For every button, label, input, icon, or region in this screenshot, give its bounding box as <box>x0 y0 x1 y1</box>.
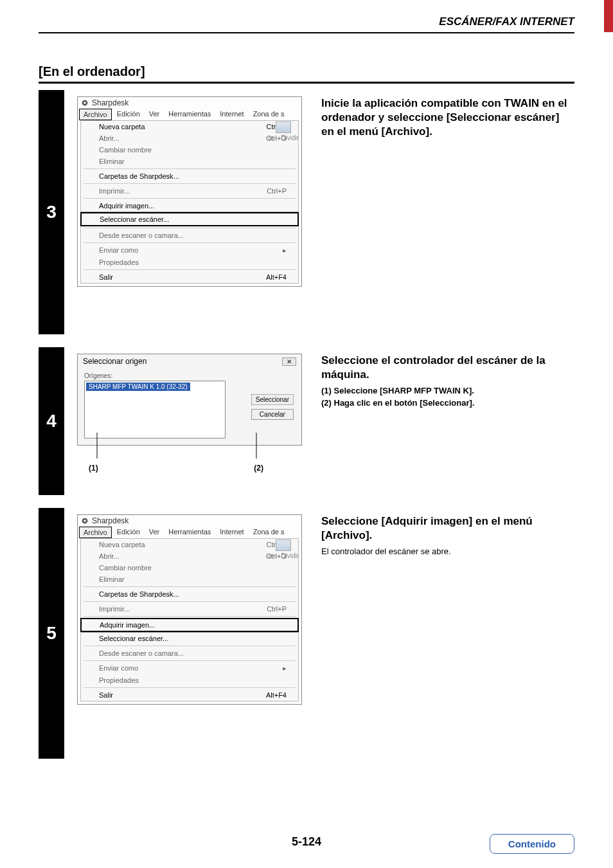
menu-item-imprimir[interactable]: Imprimir...Ctrl+P <box>81 185 298 197</box>
menu-item-abrir[interactable]: Abrir...Ctrl+O <box>81 132 298 144</box>
menu-separator <box>84 616 296 617</box>
dialog-sources-list[interactable]: SHARP MFP TWAIN K 1.0 (32-32) <box>84 381 226 439</box>
menu-item-cambiar-nombre[interactable]: Cambiar nombre <box>81 144 298 156</box>
toolbar-fragment: ar Dividir <box>268 122 299 141</box>
toolbar-icon <box>276 122 291 133</box>
app-title: Sharpdesk <box>92 516 129 525</box>
app-icon <box>80 516 89 525</box>
menu-item-shortcut: Ctrl+P <box>267 187 287 195</box>
menu-item-label: Imprimir... <box>99 605 130 613</box>
menubar: Archivo Edición Ver Herramientas Interne… <box>78 527 301 538</box>
menu-internet[interactable]: Internet <box>216 109 247 120</box>
menu-item-adquirir[interactable]: Adquirir imagen... <box>81 200 298 212</box>
toolbar-fragment: ar Dividir <box>268 539 299 559</box>
menu-item-shortcut: Alt+F4 <box>266 691 287 699</box>
menu-item-label: Nueva carpeta <box>99 123 145 131</box>
window-title-bar: Sharpdesk <box>78 97 301 109</box>
menu-item-seleccionar-escaner[interactable]: Seleccionar escáner... <box>81 632 298 644</box>
step-5-desc: El controlador del escáner se abre. <box>321 547 568 556</box>
menu-item-seleccionar-escaner-highlighted[interactable]: Seleccionar escáner... <box>80 212 299 226</box>
menu-item-label: Nueva carpeta <box>99 541 145 548</box>
toolbar-label-ar: ar <box>268 552 274 559</box>
menu-item-propiedades[interactable]: Propiedades <box>81 674 298 686</box>
dialog-sources-label: Orígenes: <box>84 372 295 379</box>
archivo-dropdown: Nueva carpetaCtrl+N Abrir...Ctrl+O Cambi… <box>80 120 299 284</box>
menu-item-label: Desde escaner o camara... <box>99 231 184 239</box>
menu-item-propiedades[interactable]: Propiedades <box>81 257 298 268</box>
menu-item-label: Imprimir... <box>99 187 130 195</box>
toolbar-label-dividir: Dividir <box>281 552 299 559</box>
menu-separator <box>84 168 296 169</box>
menu-item-label: Desde escaner o camara... <box>99 649 184 657</box>
menu-zona[interactable]: Zona de s <box>249 109 289 120</box>
menu-herramientas[interactable]: Herramientas <box>164 527 215 538</box>
menu-archivo[interactable]: Archivo <box>79 527 112 538</box>
menu-item-nueva-carpeta[interactable]: Nueva carpetaCtrl+N <box>81 539 298 550</box>
step-4-sub1: (1) Seleccione [SHARP MFP TWAIN K]. <box>321 386 568 395</box>
menu-item-label: Seleccionar escáner... <box>100 215 169 223</box>
callout-1: (1) <box>89 464 98 473</box>
menu-ver[interactable]: Ver <box>145 109 164 120</box>
menu-item-enviar-como[interactable]: Enviar como▸ <box>81 662 298 674</box>
dialog-close-button[interactable]: ✕ <box>282 357 296 366</box>
menu-edicion[interactable]: Edición <box>113 109 144 120</box>
menu-item-carpetas[interactable]: Carpetas de Sharpdesk... <box>81 588 298 600</box>
menu-item-label: Abrir... <box>99 134 120 142</box>
menu-item-enviar-como[interactable]: Enviar como▸ <box>81 244 298 257</box>
menu-item-label: Seleccionar escáner... <box>99 635 168 642</box>
menu-separator <box>84 183 296 184</box>
menu-separator <box>84 198 296 199</box>
step-5-text: Seleccione [Adquirir imagen] en el menú … <box>321 514 568 752</box>
dialog-select-button[interactable]: Seleccionar <box>251 394 294 405</box>
menu-item-cambiar-nombre[interactable]: Cambiar nombre <box>81 562 298 574</box>
menu-item-label: Salir <box>99 273 113 281</box>
menu-item-label: Eliminar <box>99 158 125 165</box>
menu-internet[interactable]: Internet <box>216 527 247 538</box>
menu-separator <box>84 687 296 688</box>
step-3-num-text: 3 <box>46 202 57 222</box>
menu-item-label: Enviar como <box>99 664 138 673</box>
menu-item-label: Abrir... <box>99 552 120 560</box>
contenido-link[interactable]: Contenido <box>490 834 574 854</box>
menu-item-imprimir[interactable]: Imprimir...Ctrl+P <box>81 603 298 615</box>
menu-herramientas[interactable]: Herramientas <box>164 109 215 120</box>
menu-item-salir[interactable]: SalirAlt+F4 <box>81 689 298 701</box>
menu-zona[interactable]: Zona de s <box>249 527 289 538</box>
step-3-number: 3 <box>39 90 64 334</box>
step-3-screenshot: Sharpdesk Archivo Edición Ver Herramient… <box>77 96 308 328</box>
menu-separator <box>84 601 296 602</box>
menu-item-desde-escaner[interactable]: Desde escaner o camara... <box>81 647 298 659</box>
svg-point-5 <box>84 520 86 522</box>
submenu-arrow-icon: ▸ <box>283 664 287 673</box>
step-3-heading: Inicie la aplicación compatible con TWAI… <box>321 96 568 139</box>
page-number-text: 5-124 <box>292 835 321 848</box>
menu-item-adquirir-highlighted[interactable]: Adquirir imagen... <box>80 618 299 632</box>
menu-item-shortcut: Alt+F4 <box>266 273 287 281</box>
menu-edicion[interactable]: Edición <box>113 527 144 538</box>
menu-item-salir[interactable]: SalirAlt+F4 <box>81 271 298 283</box>
dialog-cancel-button[interactable]: Cancelar <box>251 409 294 420</box>
menu-item-eliminar[interactable]: Eliminar <box>81 156 298 167</box>
menubar: Archivo Edición Ver Herramientas Interne… <box>78 109 301 120</box>
step-4-text: Seleccione el controlador del escáner de… <box>321 354 568 489</box>
header-title: ESCÁNER/FAX INTERNET <box>439 15 574 28</box>
menu-ver[interactable]: Ver <box>145 527 164 538</box>
menu-item-eliminar[interactable]: Eliminar <box>81 574 298 585</box>
window-title-bar: Sharpdesk <box>78 515 301 527</box>
toolbar-icon <box>276 539 291 551</box>
menu-item-carpetas[interactable]: Carpetas de Sharpdesk... <box>81 170 298 182</box>
dialog-titlebar: Seleccionar origen ✕ <box>78 354 301 368</box>
menu-archivo[interactable]: Archivo <box>79 109 112 120</box>
step-5: 5 Sharpdesk Archivo Edición Ver Herramie… <box>39 508 574 759</box>
menu-item-label: Adquirir imagen... <box>100 621 155 629</box>
menu-item-label: Carpetas de Sharpdesk... <box>99 172 179 180</box>
svg-point-1 <box>84 102 86 104</box>
menu-item-label: Carpetas de Sharpdesk... <box>99 590 179 598</box>
menu-item-desde-escaner[interactable]: Desde escaner o camara... <box>81 230 298 241</box>
menu-item-nueva-carpeta[interactable]: Nueva carpetaCtrl+N <box>81 121 298 132</box>
dialog-source-item[interactable]: SHARP MFP TWAIN K 1.0 (32-32) <box>86 383 190 391</box>
header-accent-bar <box>604 0 613 32</box>
app-title: Sharpdesk <box>92 98 129 107</box>
menu-separator <box>84 228 296 228</box>
menu-item-abrir[interactable]: Abrir...Ctrl+O <box>81 550 298 562</box>
